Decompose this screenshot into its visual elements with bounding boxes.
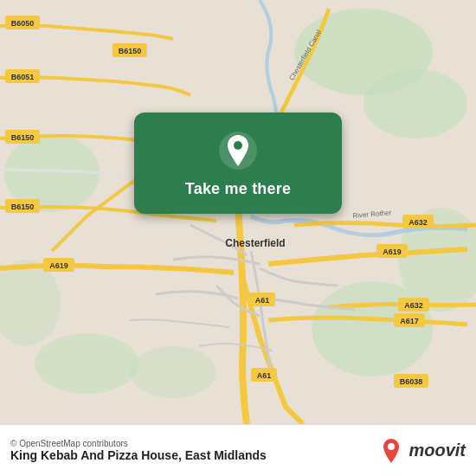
svg-point-39 xyxy=(234,141,242,150)
svg-text:B6150: B6150 xyxy=(119,47,142,55)
svg-text:A632: A632 xyxy=(404,301,423,310)
svg-text:Chesterfield: Chesterfield xyxy=(225,237,285,249)
svg-point-8 xyxy=(130,346,216,398)
map-attribution: © OpenStreetMap contributors xyxy=(10,439,267,448)
svg-text:A619: A619 xyxy=(49,261,68,270)
svg-text:A619: A619 xyxy=(383,248,402,256)
bottom-left-info: © OpenStreetMap contributors King Kebab … xyxy=(10,439,267,462)
svg-point-2 xyxy=(363,69,467,138)
svg-text:B6150: B6150 xyxy=(11,133,35,142)
svg-point-4 xyxy=(35,333,138,394)
svg-text:B6051: B6051 xyxy=(11,73,35,81)
cta-card[interactable]: Take me there xyxy=(134,113,342,214)
bottom-bar: © OpenStreetMap contributors King Kebab … xyxy=(0,424,476,476)
cta-button-label: Take me there xyxy=(185,180,291,198)
place-name-label: King Kebab And Pizza House, East Midland… xyxy=(10,448,267,462)
location-pin-icon xyxy=(217,130,259,171)
moovit-brand-icon xyxy=(377,437,405,465)
svg-text:A61: A61 xyxy=(257,371,272,380)
svg-text:B6150: B6150 xyxy=(11,203,35,211)
svg-point-40 xyxy=(388,443,395,450)
svg-text:A61: A61 xyxy=(255,296,270,305)
moovit-logo: moovit xyxy=(377,437,466,465)
map-container: B6050 B6051 B6150 B6150 B6150 A619 A619 … xyxy=(0,0,476,424)
moovit-brand-text: moovit xyxy=(408,441,466,460)
svg-text:A617: A617 xyxy=(400,317,419,325)
svg-text:B6038: B6038 xyxy=(400,377,423,386)
svg-text:A632: A632 xyxy=(408,218,428,227)
svg-text:B6050: B6050 xyxy=(11,19,35,28)
